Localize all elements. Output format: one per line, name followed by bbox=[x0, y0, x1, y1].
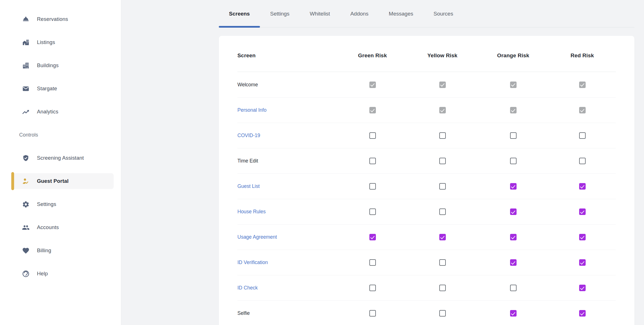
red-risk-cell bbox=[549, 259, 616, 266]
checkbox-house-rules-yellow-risk[interactable] bbox=[439, 208, 446, 215]
checkbox-welcome-red-risk bbox=[579, 82, 586, 88]
screen-link[interactable]: ID Verification bbox=[237, 260, 268, 265]
red-risk-cell bbox=[549, 82, 616, 88]
sidebar-item-accounts[interactable]: Accounts bbox=[0, 216, 121, 239]
tab-whitelist[interactable]: Whitelist bbox=[300, 7, 340, 27]
sidebar-item-label: Stargate bbox=[37, 85, 57, 92]
table-row: Welcome bbox=[237, 72, 616, 97]
checkbox-covid-19-red-risk[interactable] bbox=[579, 132, 586, 139]
screen-link[interactable]: ID Check bbox=[237, 285, 258, 291]
checkbox-selfie-yellow-risk[interactable] bbox=[439, 310, 446, 317]
checkbox-house-rules-red-risk[interactable] bbox=[579, 208, 586, 215]
yellow-risk-cell bbox=[407, 234, 478, 240]
checkbox-selfie-orange-risk[interactable] bbox=[510, 310, 517, 317]
table-row: Selfie bbox=[237, 300, 616, 325]
checkbox-id-check-yellow-risk[interactable] bbox=[439, 285, 446, 291]
checkbox-usage-agreement-yellow-risk[interactable] bbox=[439, 234, 446, 240]
green-risk-cell bbox=[338, 132, 407, 139]
checkbox-usage-agreement-green-risk[interactable] bbox=[369, 234, 376, 240]
sidebar-item-analytics[interactable]: Analytics bbox=[0, 100, 121, 123]
table-row: Guest List bbox=[237, 174, 616, 199]
yellow-risk-cell bbox=[407, 208, 478, 215]
table-row: ID Check bbox=[237, 275, 616, 300]
checkbox-id-check-red-risk[interactable] bbox=[579, 285, 586, 291]
screen-link[interactable]: Guest List bbox=[237, 183, 260, 189]
checkbox-time-edit-yellow-risk[interactable] bbox=[439, 158, 446, 164]
red-risk-cell bbox=[549, 208, 616, 215]
red-risk-cell bbox=[549, 132, 616, 139]
green-risk-cell bbox=[338, 82, 407, 88]
checkbox-id-verification-yellow-risk[interactable] bbox=[439, 259, 446, 266]
tab-messages[interactable]: Messages bbox=[379, 7, 424, 27]
screen-link[interactable]: Personal Info bbox=[237, 107, 266, 113]
screen-link[interactable]: COVID-19 bbox=[237, 133, 260, 138]
checkbox-id-verification-green-risk[interactable] bbox=[369, 259, 376, 266]
tab-screens[interactable]: Screens bbox=[219, 7, 260, 27]
yellow-risk-cell bbox=[407, 82, 478, 88]
checkbox-id-check-orange-risk[interactable] bbox=[510, 285, 517, 291]
green-risk-cell bbox=[338, 158, 407, 164]
sidebar-item-buildings[interactable]: Buildings bbox=[0, 54, 121, 77]
tab-sources[interactable]: Sources bbox=[423, 7, 463, 27]
checkbox-covid-19-yellow-risk[interactable] bbox=[439, 132, 446, 139]
sidebar-item-help[interactable]: Help bbox=[0, 262, 121, 285]
checkbox-id-verification-red-risk[interactable] bbox=[579, 259, 586, 266]
orange-risk-cell bbox=[478, 183, 549, 190]
screen-link[interactable]: House Rules bbox=[237, 209, 266, 214]
buildings-icon bbox=[22, 62, 30, 69]
main-content: Screens Settings Whitelist Addons Messag… bbox=[121, 0, 644, 325]
checkbox-selfie-red-risk[interactable] bbox=[579, 310, 586, 317]
checkbox-time-edit-red-risk[interactable] bbox=[579, 158, 586, 164]
sidebar-item-settings[interactable]: Settings bbox=[0, 193, 121, 216]
sidebar-item-billing[interactable]: Billing bbox=[0, 239, 121, 262]
checkbox-id-check-green-risk[interactable] bbox=[369, 285, 376, 291]
listings-icon bbox=[22, 39, 30, 46]
sidebar-item-reservations[interactable]: Reservations bbox=[0, 8, 121, 31]
checkbox-id-verification-orange-risk[interactable] bbox=[510, 259, 517, 266]
sidebar-item-label: Accounts bbox=[37, 224, 59, 230]
red-risk-cell bbox=[549, 107, 616, 113]
sidebar-item-stargate[interactable]: Stargate bbox=[0, 77, 121, 100]
screen-link[interactable]: Usage Agreement bbox=[237, 234, 277, 240]
sidebar-item-screening-assistant[interactable]: Screening Assistant bbox=[0, 146, 121, 170]
green-risk-cell bbox=[338, 234, 407, 240]
sidebar: Reservations Listings Buildings Stargate… bbox=[0, 0, 121, 325]
checkbox-guest-list-red-risk[interactable] bbox=[579, 183, 586, 190]
orange-risk-cell bbox=[478, 310, 549, 317]
tab-label: Whitelist bbox=[310, 11, 330, 17]
checkbox-guest-list-orange-risk[interactable] bbox=[510, 183, 517, 190]
sidebar-item-label: Buildings bbox=[37, 62, 59, 69]
table-row: Personal Info bbox=[237, 97, 616, 123]
checkbox-usage-agreement-orange-risk[interactable] bbox=[510, 234, 517, 240]
sidebar-item-guest-portal[interactable]: Guest Portal bbox=[0, 170, 121, 193]
yellow-risk-cell bbox=[407, 310, 478, 317]
checkbox-covid-19-green-risk[interactable] bbox=[369, 132, 376, 139]
checkbox-time-edit-orange-risk[interactable] bbox=[510, 158, 517, 164]
green-risk-cell bbox=[338, 285, 407, 291]
screening-assistant-icon bbox=[22, 154, 30, 162]
screen-label: Time Edit bbox=[237, 158, 258, 164]
checkbox-house-rules-green-risk[interactable] bbox=[369, 208, 376, 215]
stargate-icon bbox=[22, 85, 30, 93]
sidebar-item-label: Settings bbox=[37, 201, 56, 207]
checkbox-guest-list-green-risk[interactable] bbox=[369, 183, 376, 190]
sidebar-item-listings[interactable]: Listings bbox=[0, 31, 121, 54]
green-risk-cell bbox=[338, 183, 407, 190]
checkbox-house-rules-orange-risk[interactable] bbox=[510, 208, 517, 215]
red-risk-cell bbox=[549, 234, 616, 240]
table-row: Time Edit bbox=[237, 148, 616, 174]
green-risk-cell bbox=[338, 310, 407, 317]
green-risk-cell bbox=[338, 208, 407, 215]
column-header-green-risk: Green Risk bbox=[338, 52, 407, 59]
red-risk-cell bbox=[549, 285, 616, 291]
checkbox-selfie-green-risk[interactable] bbox=[369, 310, 376, 317]
checkbox-guest-list-yellow-risk[interactable] bbox=[439, 183, 446, 190]
sidebar-nav: Reservations Listings Buildings Stargate… bbox=[0, 8, 121, 285]
tab-settings[interactable]: Settings bbox=[260, 7, 300, 27]
checkbox-time-edit-green-risk[interactable] bbox=[369, 158, 376, 164]
tab-addons[interactable]: Addons bbox=[340, 7, 378, 27]
sidebar-item-label: Screening Assistant bbox=[37, 155, 84, 161]
checkbox-usage-agreement-red-risk[interactable] bbox=[579, 234, 586, 240]
orange-risk-cell bbox=[478, 208, 549, 215]
checkbox-covid-19-orange-risk[interactable] bbox=[510, 132, 517, 139]
